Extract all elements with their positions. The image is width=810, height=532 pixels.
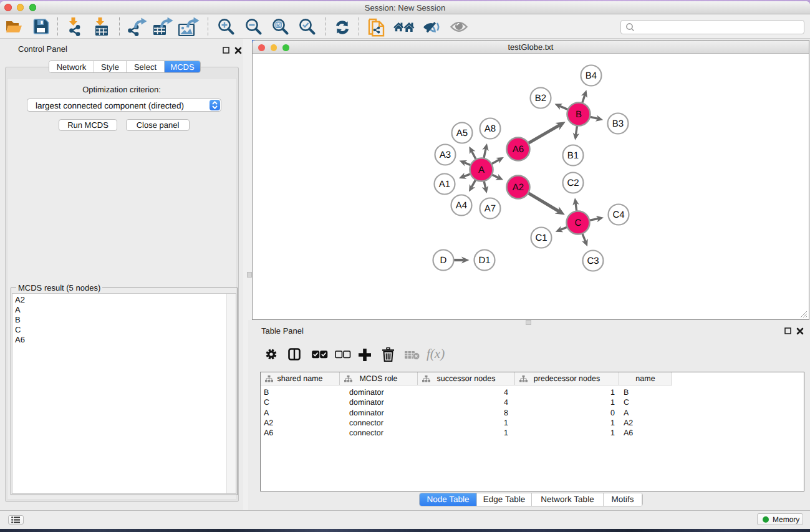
svg-text:B: B bbox=[576, 109, 582, 120]
svg-text:C3: C3 bbox=[587, 256, 599, 266]
svg-text:A1: A1 bbox=[439, 179, 450, 190]
svg-text:C: C bbox=[575, 218, 582, 228]
svg-text:A: A bbox=[478, 165, 485, 175]
svg-text:C4: C4 bbox=[612, 210, 624, 220]
svg-text:B1: B1 bbox=[567, 150, 579, 161]
svg-text:B4: B4 bbox=[586, 70, 597, 81]
svg-text:C1: C1 bbox=[535, 233, 547, 243]
svg-text:B2: B2 bbox=[535, 93, 546, 104]
svg-text:D: D bbox=[440, 255, 447, 266]
svg-text:A7: A7 bbox=[485, 203, 496, 214]
svg-text:D1: D1 bbox=[478, 255, 490, 266]
svg-text:A6: A6 bbox=[513, 144, 524, 155]
svg-text:A4: A4 bbox=[456, 200, 467, 211]
svg-text:A3: A3 bbox=[440, 150, 451, 160]
svg-text:C2: C2 bbox=[567, 178, 579, 188]
svg-text:A2: A2 bbox=[513, 182, 524, 193]
svg-text:A8: A8 bbox=[485, 123, 496, 134]
svg-text:A5: A5 bbox=[456, 128, 468, 138]
svg-text:B3: B3 bbox=[612, 118, 624, 129]
